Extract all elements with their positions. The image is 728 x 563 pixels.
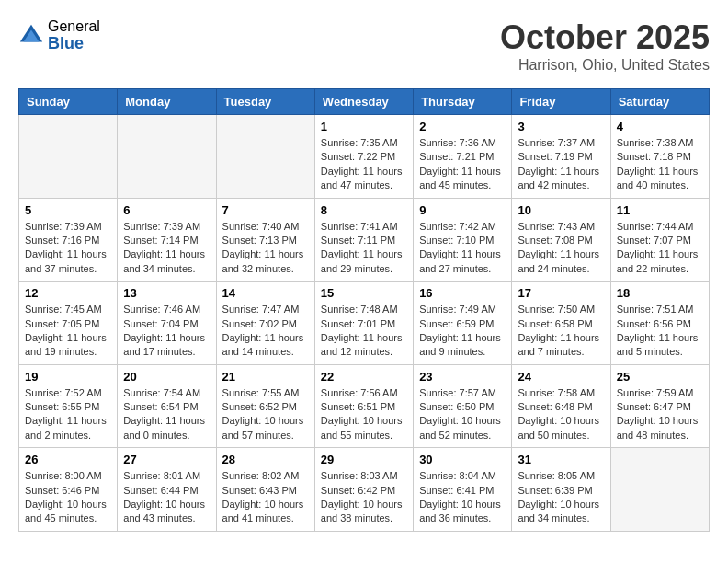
month-title: October 2025	[500, 18, 710, 57]
week-row-4: 19Sunrise: 7:52 AM Sunset: 6:55 PM Dayli…	[19, 364, 710, 448]
day-info: Sunrise: 8:05 AM Sunset: 6:39 PM Dayligh…	[518, 469, 604, 526]
calendar-table: SundayMondayTuesdayWednesdayThursdayFrid…	[18, 88, 710, 532]
day-info: Sunrise: 7:44 AM Sunset: 7:07 PM Dayligh…	[617, 220, 703, 277]
day-number: 28	[222, 453, 309, 466]
calendar-cell: 11Sunrise: 7:44 AM Sunset: 7:07 PM Dayli…	[610, 198, 709, 282]
calendar-cell	[118, 115, 216, 199]
week-row-5: 26Sunrise: 8:00 AM Sunset: 6:46 PM Dayli…	[19, 448, 710, 532]
day-number: 14	[222, 286, 309, 300]
day-number: 9	[419, 203, 506, 217]
calendar-cell: 28Sunrise: 8:02 AM Sunset: 6:43 PM Dayli…	[216, 448, 314, 532]
calendar-cell: 26Sunrise: 8:00 AM Sunset: 6:46 PM Dayli…	[19, 448, 118, 532]
day-number: 25	[617, 370, 703, 384]
calendar-cell: 13Sunrise: 7:46 AM Sunset: 7:04 PM Dayli…	[118, 282, 216, 365]
day-number: 1	[321, 120, 407, 133]
week-row-2: 5Sunrise: 7:39 AM Sunset: 7:16 PM Daylig…	[19, 198, 710, 282]
day-header-tuesday: Tuesday	[216, 89, 314, 115]
day-number: 8	[321, 203, 407, 217]
day-info: Sunrise: 8:03 AM Sunset: 6:42 PM Dayligh…	[321, 469, 407, 526]
day-number: 27	[123, 453, 210, 466]
day-info: Sunrise: 7:51 AM Sunset: 6:56 PM Dayligh…	[617, 303, 703, 360]
day-info: Sunrise: 8:00 AM Sunset: 6:46 PM Dayligh…	[25, 469, 111, 526]
logo-general: General	[48, 18, 100, 35]
day-number: 15	[321, 286, 407, 300]
day-info: Sunrise: 7:38 AM Sunset: 7:18 PM Dayligh…	[617, 136, 703, 193]
calendar-cell: 16Sunrise: 7:49 AM Sunset: 6:59 PM Dayli…	[414, 282, 512, 365]
calendar-cell	[19, 115, 118, 199]
day-info: Sunrise: 7:36 AM Sunset: 7:21 PM Dayligh…	[419, 136, 506, 193]
day-info: Sunrise: 7:40 AM Sunset: 7:13 PM Dayligh…	[222, 220, 309, 277]
calendar-cell: 1Sunrise: 7:35 AM Sunset: 7:22 PM Daylig…	[314, 115, 413, 199]
day-info: Sunrise: 7:55 AM Sunset: 6:52 PM Dayligh…	[222, 386, 309, 443]
day-header-friday: Friday	[512, 89, 610, 115]
day-number: 12	[25, 286, 111, 300]
calendar-cell: 27Sunrise: 8:01 AM Sunset: 6:44 PM Dayli…	[118, 448, 216, 532]
day-number: 6	[123, 203, 210, 217]
logo-icon	[18, 23, 44, 49]
calendar-cell: 10Sunrise: 7:43 AM Sunset: 7:08 PM Dayli…	[512, 198, 610, 282]
day-info: Sunrise: 7:43 AM Sunset: 7:08 PM Dayligh…	[518, 220, 604, 277]
day-number: 3	[518, 120, 604, 133]
day-number: 5	[25, 203, 111, 217]
day-info: Sunrise: 8:02 AM Sunset: 6:43 PM Dayligh…	[222, 469, 309, 526]
day-info: Sunrise: 7:58 AM Sunset: 6:48 PM Dayligh…	[518, 386, 604, 443]
calendar-cell: 8Sunrise: 7:41 AM Sunset: 7:11 PM Daylig…	[314, 198, 413, 282]
day-number: 4	[617, 120, 703, 133]
week-row-3: 12Sunrise: 7:45 AM Sunset: 7:05 PM Dayli…	[19, 282, 710, 365]
day-header-sunday: Sunday	[19, 89, 118, 115]
calendar-cell: 2Sunrise: 7:36 AM Sunset: 7:21 PM Daylig…	[414, 115, 512, 199]
day-header-thursday: Thursday	[414, 89, 512, 115]
day-info: Sunrise: 7:46 AM Sunset: 7:04 PM Dayligh…	[123, 303, 210, 360]
day-number: 19	[25, 370, 111, 384]
day-number: 2	[419, 120, 506, 133]
day-number: 23	[419, 370, 506, 384]
page-header: General Blue October 2025 Harrison, Ohio…	[18, 18, 710, 74]
calendar-cell: 3Sunrise: 7:37 AM Sunset: 7:19 PM Daylig…	[512, 115, 610, 199]
calendar-cell: 25Sunrise: 7:59 AM Sunset: 6:47 PM Dayli…	[610, 364, 709, 448]
calendar-cell: 24Sunrise: 7:58 AM Sunset: 6:48 PM Dayli…	[512, 364, 610, 448]
day-number: 22	[321, 370, 407, 384]
day-info: Sunrise: 7:57 AM Sunset: 6:50 PM Dayligh…	[419, 386, 506, 443]
calendar-cell: 7Sunrise: 7:40 AM Sunset: 7:13 PM Daylig…	[216, 198, 314, 282]
day-header-wednesday: Wednesday	[314, 89, 413, 115]
calendar-cell: 4Sunrise: 7:38 AM Sunset: 7:18 PM Daylig…	[610, 115, 709, 199]
calendar-cell	[610, 448, 709, 532]
calendar-cell: 9Sunrise: 7:42 AM Sunset: 7:10 PM Daylig…	[414, 198, 512, 282]
logo: General Blue	[18, 18, 100, 52]
title-block: October 2025 Harrison, Ohio, United Stat…	[500, 18, 710, 74]
day-info: Sunrise: 7:49 AM Sunset: 6:59 PM Dayligh…	[419, 303, 506, 360]
location: Harrison, Ohio, United States	[500, 57, 710, 74]
day-header-monday: Monday	[118, 89, 216, 115]
day-number: 11	[617, 203, 703, 217]
day-number: 17	[518, 286, 604, 300]
day-info: Sunrise: 7:59 AM Sunset: 6:47 PM Dayligh…	[617, 386, 703, 443]
logo-blue: Blue	[48, 35, 100, 53]
day-number: 30	[419, 453, 506, 466]
day-info: Sunrise: 7:41 AM Sunset: 7:11 PM Dayligh…	[321, 220, 407, 277]
calendar-cell: 20Sunrise: 7:54 AM Sunset: 6:54 PM Dayli…	[118, 364, 216, 448]
calendar-cell: 21Sunrise: 7:55 AM Sunset: 6:52 PM Dayli…	[216, 364, 314, 448]
logo-text: General Blue	[48, 18, 100, 52]
calendar-cell: 12Sunrise: 7:45 AM Sunset: 7:05 PM Dayli…	[19, 282, 118, 365]
day-number: 7	[222, 203, 309, 217]
day-info: Sunrise: 7:45 AM Sunset: 7:05 PM Dayligh…	[25, 303, 111, 360]
calendar-cell: 14Sunrise: 7:47 AM Sunset: 7:02 PM Dayli…	[216, 282, 314, 365]
calendar-cell: 6Sunrise: 7:39 AM Sunset: 7:14 PM Daylig…	[118, 198, 216, 282]
day-info: Sunrise: 8:01 AM Sunset: 6:44 PM Dayligh…	[123, 469, 210, 526]
day-info: Sunrise: 7:35 AM Sunset: 7:22 PM Dayligh…	[321, 136, 407, 193]
day-info: Sunrise: 7:52 AM Sunset: 6:55 PM Dayligh…	[25, 386, 111, 443]
calendar-cell: 19Sunrise: 7:52 AM Sunset: 6:55 PM Dayli…	[19, 364, 118, 448]
day-info: Sunrise: 7:48 AM Sunset: 7:01 PM Dayligh…	[321, 303, 407, 360]
day-info: Sunrise: 7:42 AM Sunset: 7:10 PM Dayligh…	[419, 220, 506, 277]
day-number: 18	[617, 286, 703, 300]
day-number: 21	[222, 370, 309, 384]
calendar-cell: 15Sunrise: 7:48 AM Sunset: 7:01 PM Dayli…	[314, 282, 413, 365]
calendar-header-row: SundayMondayTuesdayWednesdayThursdayFrid…	[19, 89, 710, 115]
day-info: Sunrise: 7:39 AM Sunset: 7:16 PM Dayligh…	[25, 220, 111, 277]
day-number: 31	[518, 453, 604, 466]
calendar-cell: 22Sunrise: 7:56 AM Sunset: 6:51 PM Dayli…	[314, 364, 413, 448]
calendar-cell: 18Sunrise: 7:51 AM Sunset: 6:56 PM Dayli…	[610, 282, 709, 365]
day-number: 13	[123, 286, 210, 300]
calendar-cell: 17Sunrise: 7:50 AM Sunset: 6:58 PM Dayli…	[512, 282, 610, 365]
calendar-cell	[216, 115, 314, 199]
